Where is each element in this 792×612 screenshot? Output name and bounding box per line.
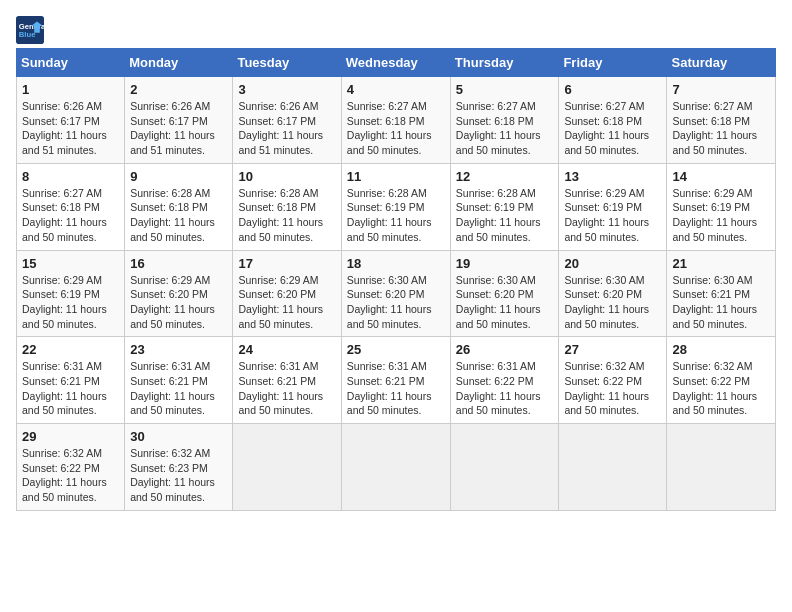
calendar-day — [341, 424, 450, 511]
calendar-day: 3 Sunrise: 6:26 AM Sunset: 6:17 PM Dayli… — [233, 77, 341, 164]
day-detail: Sunrise: 6:27 AM Sunset: 6:18 PM Dayligh… — [672, 99, 770, 158]
day-detail: Sunrise: 6:26 AM Sunset: 6:17 PM Dayligh… — [238, 99, 335, 158]
day-number: 23 — [130, 342, 227, 357]
calendar-day: 16 Sunrise: 6:29 AM Sunset: 6:20 PM Dayl… — [125, 250, 233, 337]
calendar-week: 15 Sunrise: 6:29 AM Sunset: 6:19 PM Dayl… — [17, 250, 776, 337]
weekday-header: Saturday — [667, 49, 776, 77]
day-detail: Sunrise: 6:27 AM Sunset: 6:18 PM Dayligh… — [347, 99, 445, 158]
weekday-header: Friday — [559, 49, 667, 77]
calendar-week: 22 Sunrise: 6:31 AM Sunset: 6:21 PM Dayl… — [17, 337, 776, 424]
day-number: 22 — [22, 342, 119, 357]
calendar-day: 20 Sunrise: 6:30 AM Sunset: 6:20 PM Dayl… — [559, 250, 667, 337]
day-number: 30 — [130, 429, 227, 444]
day-number: 18 — [347, 256, 445, 271]
calendar-day: 5 Sunrise: 6:27 AM Sunset: 6:18 PM Dayli… — [450, 77, 559, 164]
day-number: 6 — [564, 82, 661, 97]
day-number: 12 — [456, 169, 554, 184]
day-detail: Sunrise: 6:31 AM Sunset: 6:21 PM Dayligh… — [130, 359, 227, 418]
calendar-week: 1 Sunrise: 6:26 AM Sunset: 6:17 PM Dayli… — [17, 77, 776, 164]
day-number: 13 — [564, 169, 661, 184]
day-number: 2 — [130, 82, 227, 97]
day-detail: Sunrise: 6:27 AM Sunset: 6:18 PM Dayligh… — [564, 99, 661, 158]
calendar-day: 9 Sunrise: 6:28 AM Sunset: 6:18 PM Dayli… — [125, 163, 233, 250]
day-detail: Sunrise: 6:28 AM Sunset: 6:19 PM Dayligh… — [347, 186, 445, 245]
day-number: 10 — [238, 169, 335, 184]
day-number: 20 — [564, 256, 661, 271]
day-detail: Sunrise: 6:29 AM Sunset: 6:20 PM Dayligh… — [238, 273, 335, 332]
calendar-day — [559, 424, 667, 511]
day-number: 15 — [22, 256, 119, 271]
calendar-day: 24 Sunrise: 6:31 AM Sunset: 6:21 PM Dayl… — [233, 337, 341, 424]
day-number: 21 — [672, 256, 770, 271]
logo-icon: General Blue — [16, 16, 44, 44]
calendar-day: 15 Sunrise: 6:29 AM Sunset: 6:19 PM Dayl… — [17, 250, 125, 337]
logo: General Blue — [16, 16, 48, 44]
day-number: 26 — [456, 342, 554, 357]
day-number: 11 — [347, 169, 445, 184]
calendar-day: 6 Sunrise: 6:27 AM Sunset: 6:18 PM Dayli… — [559, 77, 667, 164]
day-number: 24 — [238, 342, 335, 357]
day-detail: Sunrise: 6:30 AM Sunset: 6:21 PM Dayligh… — [672, 273, 770, 332]
calendar-day: 12 Sunrise: 6:28 AM Sunset: 6:19 PM Dayl… — [450, 163, 559, 250]
day-detail: Sunrise: 6:27 AM Sunset: 6:18 PM Dayligh… — [22, 186, 119, 245]
day-detail: Sunrise: 6:26 AM Sunset: 6:17 PM Dayligh… — [130, 99, 227, 158]
page-header: General Blue — [16, 16, 776, 44]
weekday-header: Monday — [125, 49, 233, 77]
day-number: 29 — [22, 429, 119, 444]
day-detail: Sunrise: 6:31 AM Sunset: 6:21 PM Dayligh… — [238, 359, 335, 418]
day-detail: Sunrise: 6:28 AM Sunset: 6:19 PM Dayligh… — [456, 186, 554, 245]
calendar-table: SundayMondayTuesdayWednesdayThursdayFrid… — [16, 48, 776, 511]
day-detail: Sunrise: 6:27 AM Sunset: 6:18 PM Dayligh… — [456, 99, 554, 158]
calendar-day: 1 Sunrise: 6:26 AM Sunset: 6:17 PM Dayli… — [17, 77, 125, 164]
day-detail: Sunrise: 6:26 AM Sunset: 6:17 PM Dayligh… — [22, 99, 119, 158]
day-number: 5 — [456, 82, 554, 97]
calendar-day — [233, 424, 341, 511]
day-detail: Sunrise: 6:28 AM Sunset: 6:18 PM Dayligh… — [238, 186, 335, 245]
calendar-day — [450, 424, 559, 511]
day-detail: Sunrise: 6:29 AM Sunset: 6:19 PM Dayligh… — [22, 273, 119, 332]
calendar-day — [667, 424, 776, 511]
day-detail: Sunrise: 6:30 AM Sunset: 6:20 PM Dayligh… — [456, 273, 554, 332]
calendar-day: 29 Sunrise: 6:32 AM Sunset: 6:22 PM Dayl… — [17, 424, 125, 511]
day-detail: Sunrise: 6:29 AM Sunset: 6:20 PM Dayligh… — [130, 273, 227, 332]
calendar-week: 8 Sunrise: 6:27 AM Sunset: 6:18 PM Dayli… — [17, 163, 776, 250]
calendar-day: 30 Sunrise: 6:32 AM Sunset: 6:23 PM Dayl… — [125, 424, 233, 511]
day-number: 1 — [22, 82, 119, 97]
day-detail: Sunrise: 6:30 AM Sunset: 6:20 PM Dayligh… — [347, 273, 445, 332]
day-number: 14 — [672, 169, 770, 184]
calendar-day: 10 Sunrise: 6:28 AM Sunset: 6:18 PM Dayl… — [233, 163, 341, 250]
day-detail: Sunrise: 6:32 AM Sunset: 6:22 PM Dayligh… — [564, 359, 661, 418]
weekday-header: Tuesday — [233, 49, 341, 77]
weekday-header: Sunday — [17, 49, 125, 77]
day-detail: Sunrise: 6:29 AM Sunset: 6:19 PM Dayligh… — [564, 186, 661, 245]
day-detail: Sunrise: 6:28 AM Sunset: 6:18 PM Dayligh… — [130, 186, 227, 245]
day-number: 3 — [238, 82, 335, 97]
calendar-day: 13 Sunrise: 6:29 AM Sunset: 6:19 PM Dayl… — [559, 163, 667, 250]
day-number: 8 — [22, 169, 119, 184]
calendar-day: 11 Sunrise: 6:28 AM Sunset: 6:19 PM Dayl… — [341, 163, 450, 250]
day-detail: Sunrise: 6:31 AM Sunset: 6:22 PM Dayligh… — [456, 359, 554, 418]
calendar-day: 8 Sunrise: 6:27 AM Sunset: 6:18 PM Dayli… — [17, 163, 125, 250]
day-number: 28 — [672, 342, 770, 357]
svg-text:Blue: Blue — [19, 30, 36, 39]
calendar-day: 7 Sunrise: 6:27 AM Sunset: 6:18 PM Dayli… — [667, 77, 776, 164]
day-detail: Sunrise: 6:31 AM Sunset: 6:21 PM Dayligh… — [22, 359, 119, 418]
day-number: 9 — [130, 169, 227, 184]
day-detail: Sunrise: 6:32 AM Sunset: 6:22 PM Dayligh… — [22, 446, 119, 505]
weekday-header: Wednesday — [341, 49, 450, 77]
calendar-week: 29 Sunrise: 6:32 AM Sunset: 6:22 PM Dayl… — [17, 424, 776, 511]
calendar-day: 28 Sunrise: 6:32 AM Sunset: 6:22 PM Dayl… — [667, 337, 776, 424]
day-detail: Sunrise: 6:32 AM Sunset: 6:22 PM Dayligh… — [672, 359, 770, 418]
calendar-day: 4 Sunrise: 6:27 AM Sunset: 6:18 PM Dayli… — [341, 77, 450, 164]
day-detail: Sunrise: 6:32 AM Sunset: 6:23 PM Dayligh… — [130, 446, 227, 505]
day-number: 17 — [238, 256, 335, 271]
calendar-header: SundayMondayTuesdayWednesdayThursdayFrid… — [17, 49, 776, 77]
calendar-day: 23 Sunrise: 6:31 AM Sunset: 6:21 PM Dayl… — [125, 337, 233, 424]
weekday-header: Thursday — [450, 49, 559, 77]
calendar-day: 19 Sunrise: 6:30 AM Sunset: 6:20 PM Dayl… — [450, 250, 559, 337]
calendar-day: 17 Sunrise: 6:29 AM Sunset: 6:20 PM Dayl… — [233, 250, 341, 337]
day-number: 16 — [130, 256, 227, 271]
calendar-day: 2 Sunrise: 6:26 AM Sunset: 6:17 PM Dayli… — [125, 77, 233, 164]
calendar-day: 22 Sunrise: 6:31 AM Sunset: 6:21 PM Dayl… — [17, 337, 125, 424]
day-number: 25 — [347, 342, 445, 357]
